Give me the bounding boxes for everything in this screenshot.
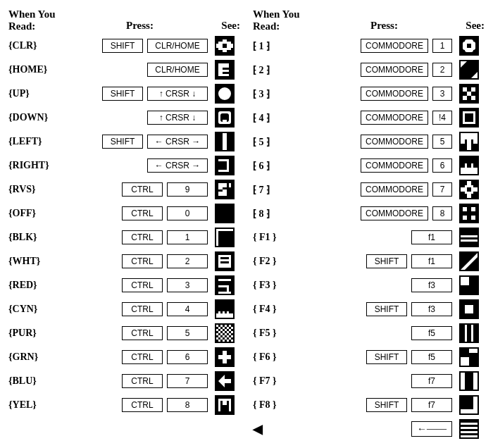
keycap: 1 <box>167 230 208 244</box>
svg-rect-112 <box>461 431 478 433</box>
svg-rect-40 <box>218 331 220 333</box>
svg-rect-111 <box>461 427 478 429</box>
key-row: ◀ ←—— <box>253 419 485 439</box>
svg-point-6 <box>218 87 231 100</box>
svg-rect-91 <box>461 187 465 192</box>
svg-rect-19 <box>220 263 229 266</box>
key-row: { F8 } SHIFT f7 <box>253 395 485 415</box>
svg-rect-109 <box>473 397 478 413</box>
svg-rect-94 <box>471 207 475 211</box>
svg-rect-39 <box>229 329 231 331</box>
read-label: { F6 } <box>253 351 309 363</box>
petscii-glyph-icon <box>459 84 479 104</box>
petscii-glyph-icon <box>459 275 479 295</box>
svg-rect-51 <box>231 335 233 337</box>
svg-rect-41 <box>223 331 225 333</box>
svg-rect-49 <box>223 335 225 337</box>
read-label: { F5 } <box>253 328 309 339</box>
keycap: 9 <box>167 182 208 197</box>
keycap: SHIFT <box>102 87 143 101</box>
svg-rect-89 <box>467 181 471 185</box>
keycap: COMMODORE <box>361 63 428 77</box>
key-row: {BLU} CTRL 7 <box>8 371 240 391</box>
petscii-glyph-icon <box>215 371 235 391</box>
petscii-glyph-icon <box>459 156 479 175</box>
svg-rect-88 <box>467 187 471 192</box>
key-row: { F7 } f7 <box>253 371 485 391</box>
key-row: {RIGHT} ← CRSR → <box>8 156 240 175</box>
petscii-glyph-icon <box>459 395 479 415</box>
key-row: { F4 } SHIFT f3 <box>253 299 485 319</box>
keycap: 2 <box>167 254 208 268</box>
petscii-glyph-icon <box>459 132 479 151</box>
keycap: !4 <box>432 111 452 125</box>
svg-rect-47 <box>229 333 231 335</box>
svg-rect-34 <box>227 327 229 329</box>
svg-rect-105 <box>469 349 478 353</box>
svg-rect-38 <box>225 329 227 331</box>
read-label: {YEL} <box>8 399 65 411</box>
svg-rect-22 <box>218 292 231 294</box>
keycap: CTRL <box>122 326 163 340</box>
keycap: CLR/HOME <box>147 39 208 53</box>
key-row: ⁅ 4 ⁆ COMMODORE !4 <box>253 108 485 127</box>
svg-rect-59 <box>231 340 233 342</box>
keycap: ←—— <box>411 421 452 437</box>
keycap: ↑ CRSR ↓ <box>147 87 208 101</box>
key-row: {PUR} CTRL 5 <box>8 323 240 343</box>
svg-rect-52 <box>216 337 218 340</box>
svg-rect-100 <box>461 277 469 285</box>
svg-rect-70 <box>467 44 471 48</box>
svg-rect-30 <box>225 325 227 327</box>
petscii-glyph-icon <box>459 371 479 391</box>
key-row: {UP} SHIFT ↑ CRSR ↓ <box>8 84 240 104</box>
svg-rect-85 <box>465 163 467 168</box>
petscii-glyph-icon <box>459 180 479 199</box>
keycap: f7 <box>411 374 452 388</box>
svg-rect-18 <box>220 259 229 261</box>
svg-rect-14 <box>216 229 233 231</box>
svg-rect-90 <box>467 194 471 198</box>
keycap: SHIFT <box>366 302 407 316</box>
svg-rect-86 <box>471 163 473 168</box>
svg-rect-35 <box>231 327 233 329</box>
svg-rect-24 <box>216 313 233 318</box>
key-row: ⁅ 5 ⁆ COMMODORE 5 <box>253 132 485 151</box>
petscii-glyph-icon <box>215 347 235 367</box>
keycap: COMMODORE <box>361 135 428 149</box>
petscii-glyph-icon <box>459 419 479 439</box>
header-read: When You Read: <box>253 8 309 32</box>
keycap: ← CRSR → <box>147 135 208 149</box>
petscii-glyph-icon <box>215 299 235 319</box>
svg-rect-26 <box>223 311 225 313</box>
keycap: f5 <box>411 350 452 364</box>
header-press: Press: <box>65 20 215 32</box>
key-row: ⁅ 6 ⁆ COMMODORE 6 <box>253 156 485 175</box>
petscii-glyph-icon <box>215 323 235 343</box>
read-label: ⁅ 3 ⁆ <box>253 88 309 100</box>
keycap: f7 <box>411 398 452 412</box>
svg-rect-44 <box>216 333 218 335</box>
svg-rect-55 <box>229 337 231 340</box>
read-label: ⁅ 4 ⁆ <box>253 112 309 124</box>
svg-rect-83 <box>473 139 478 144</box>
svg-rect-110 <box>461 423 478 425</box>
read-label: {WHT} <box>8 256 65 267</box>
svg-rect-54 <box>225 337 227 340</box>
svg-rect-46 <box>225 333 227 335</box>
keycap: f3 <box>411 302 452 316</box>
svg-marker-72 <box>471 72 478 78</box>
keycap: COMMODORE <box>361 39 428 53</box>
svg-rect-21 <box>218 285 229 287</box>
keycap: f3 <box>411 278 452 292</box>
header-press: Press: <box>309 20 459 32</box>
read-label: {UP} <box>8 88 65 99</box>
svg-rect-73 <box>463 87 467 92</box>
read-label: {RVS} <box>8 184 65 195</box>
svg-rect-53 <box>220 337 223 340</box>
svg-rect-81 <box>467 139 471 150</box>
read-label: {LEFT} <box>8 136 65 147</box>
keycap: ← CRSR → <box>147 158 208 173</box>
svg-rect-102 <box>465 325 467 342</box>
svg-rect-13 <box>218 170 229 172</box>
